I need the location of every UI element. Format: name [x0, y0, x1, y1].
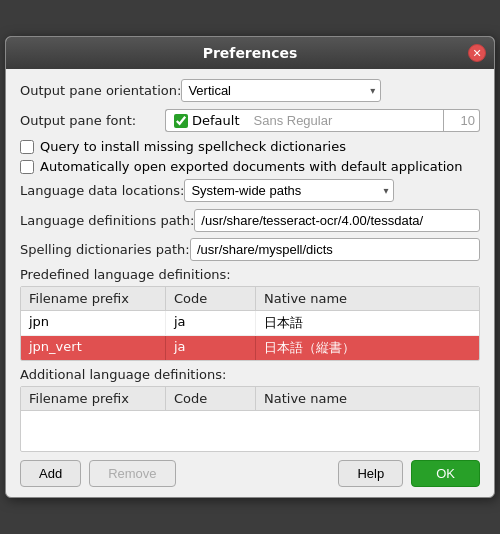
spellcheck-row: Query to install missing spellcheck dict… [20, 139, 480, 154]
predefined-row-1-prefix: jpn [21, 311, 166, 335]
font-default-label: Default [192, 113, 240, 128]
additional-table-header: Filename prefix Code Native name [21, 387, 479, 411]
lang-def-path-row: Language definitions path: [20, 209, 480, 232]
orientation-row: Output pane orientation: Vertical Horizo… [20, 79, 480, 102]
font-name-input[interactable] [248, 109, 445, 132]
auto-open-row: Automatically open exported documents wi… [20, 159, 480, 174]
auto-open-checkbox[interactable] [20, 160, 34, 174]
titlebar: Preferences ✕ [6, 37, 494, 69]
preferences-dialog: Preferences ✕ Output pane orientation: V… [5, 36, 495, 498]
predefined-row-2-native: 日本語（縦書） [256, 336, 479, 360]
font-row: Output pane font: Default [20, 109, 480, 132]
buttons-row: Add Remove Help OK [20, 460, 480, 487]
language-data-select-wrapper: System-wide paths ▾ [184, 179, 394, 202]
additional-col-native: Native name [256, 387, 479, 410]
predefined-section-label: Predefined language definitions: [20, 267, 480, 282]
lang-def-path-label: Language definitions path: [20, 213, 194, 228]
ok-button[interactable]: OK [411, 460, 480, 487]
add-button[interactable]: Add [20, 460, 81, 487]
predefined-row-2-code: ja [166, 336, 256, 360]
font-default-checkbox[interactable] [174, 114, 188, 128]
additional-table: Filename prefix Code Native name [20, 386, 480, 452]
predefined-row-1-code: ja [166, 311, 256, 335]
dialog-title: Preferences [203, 45, 298, 61]
font-controls: Default [165, 109, 480, 132]
spellcheck-checkbox[interactable] [20, 140, 34, 154]
additional-col-prefix: Filename prefix [21, 387, 166, 410]
font-default-checkbox-label[interactable]: Default [165, 109, 248, 132]
additional-table-empty [21, 411, 479, 451]
spelling-path-input[interactable] [190, 238, 480, 261]
predefined-row-1-native: 日本語 [256, 311, 479, 335]
help-button[interactable]: Help [338, 460, 403, 487]
orientation-label: Output pane orientation: [20, 83, 181, 98]
remove-button[interactable]: Remove [89, 460, 175, 487]
predefined-col-prefix: Filename prefix [21, 287, 166, 310]
language-data-label: Language data locations: [20, 183, 184, 198]
orientation-select[interactable]: Vertical Horizontal [181, 79, 381, 102]
font-label: Output pane font: [20, 113, 165, 128]
language-data-row: Language data locations: System-wide pat… [20, 179, 480, 202]
font-size-input[interactable] [444, 109, 480, 132]
predefined-col-native: Native name [256, 287, 479, 310]
predefined-row-2[interactable]: jpn_vert ja 日本語（縦書） [21, 336, 479, 360]
dialog-content: Output pane orientation: Vertical Horizo… [6, 69, 494, 497]
spelling-path-row: Spelling dictionaries path: [20, 238, 480, 261]
predefined-col-code: Code [166, 287, 256, 310]
close-button[interactable]: ✕ [468, 44, 486, 62]
predefined-row-1[interactable]: jpn ja 日本語 [21, 311, 479, 336]
predefined-table-header: Filename prefix Code Native name [21, 287, 479, 311]
spelling-path-label: Spelling dictionaries path: [20, 242, 190, 257]
spellcheck-label: Query to install missing spellcheck dict… [40, 139, 346, 154]
predefined-row-2-prefix: jpn_vert [21, 336, 166, 360]
auto-open-label: Automatically open exported documents wi… [40, 159, 463, 174]
language-data-select[interactable]: System-wide paths [184, 179, 394, 202]
additional-section-label: Additional language definitions: [20, 367, 480, 382]
orientation-select-wrapper: Vertical Horizontal ▾ [181, 79, 381, 102]
additional-col-code: Code [166, 387, 256, 410]
buttons-right: Help OK [338, 460, 480, 487]
predefined-table: Filename prefix Code Native name jpn ja … [20, 286, 480, 361]
lang-def-path-input[interactable] [194, 209, 480, 232]
buttons-left: Add Remove [20, 460, 176, 487]
